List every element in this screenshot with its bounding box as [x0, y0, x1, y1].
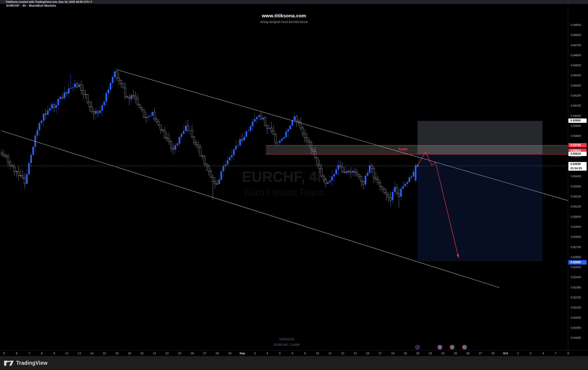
candle-body	[411, 176, 412, 177]
price-tick: 0.92700	[571, 246, 581, 249]
time-tick: 28	[216, 351, 219, 355]
candle-body	[361, 176, 362, 181]
candle-body	[333, 174, 335, 176]
time-tick: Sep	[240, 351, 245, 355]
candle-body	[74, 84, 76, 87]
candle-body	[125, 88, 126, 97]
candle-body	[331, 176, 333, 180]
candle-body	[76, 84, 78, 87]
candle-body	[45, 114, 46, 115]
time-tick: 7	[28, 351, 30, 355]
candle-body	[18, 172, 19, 175]
candle-body	[400, 189, 402, 197]
candle-body	[47, 111, 49, 115]
candle-body	[289, 125, 291, 129]
time-tick: 12	[341, 351, 344, 355]
chart-pane[interactable]: www.titiksona.com setiap langkah kecil b…	[0, 4, 568, 350]
candle-body	[390, 197, 391, 200]
candle-body	[32, 147, 34, 155]
candle-body	[358, 175, 360, 176]
time-axis[interactable]: 567891213141516192021222326272829Sep3456…	[0, 350, 588, 356]
candle-body	[243, 137, 245, 140]
candle-body	[91, 107, 93, 112]
time-tick: 12	[65, 351, 68, 355]
candle-body	[256, 117, 258, 119]
candle-body	[133, 95, 134, 96]
candle-body	[348, 171, 350, 172]
candle-body	[248, 131, 249, 131]
candle-body	[195, 143, 197, 145]
candle-body	[193, 137, 195, 142]
candle-body	[89, 103, 91, 107]
time-tick: 22	[166, 351, 169, 355]
price-tick: 0.94800	[571, 33, 581, 37]
candle-body	[41, 121, 42, 123]
candle-body	[99, 111, 101, 113]
candle-body	[271, 128, 272, 131]
candle-body	[97, 111, 99, 113]
candle-body	[175, 145, 176, 149]
candle-body	[68, 89, 70, 94]
candle-body	[118, 78, 120, 81]
price-tick: 0.94500	[571, 64, 581, 67]
time-tick: 3	[254, 351, 255, 355]
time-tick: 6	[16, 351, 17, 355]
candle-body	[229, 157, 231, 160]
time-tick: 5	[279, 351, 281, 355]
candle-body	[110, 83, 111, 90]
time-tick: 14	[90, 351, 94, 355]
price-tick: 0.93300	[571, 185, 581, 188]
candle-body	[51, 104, 53, 108]
symbol-header[interactable]: EURCHF · 4h · BlackBull Markets	[6, 4, 56, 7]
time-tick: 24	[441, 351, 444, 355]
candle-body	[114, 72, 116, 77]
candle-body	[145, 117, 147, 118]
candle-body	[308, 141, 310, 143]
price-tick: 0.93200	[571, 195, 581, 198]
candle-body	[57, 99, 59, 105]
price-tick: 0.94600	[571, 54, 581, 57]
candle-body	[135, 96, 136, 99]
candle-body	[108, 90, 109, 93]
candle-body	[225, 164, 226, 166]
candle-body	[116, 72, 118, 78]
candle-body	[252, 122, 253, 126]
time-tick: 23	[429, 351, 432, 355]
candle-body	[218, 180, 220, 184]
time-tick: 16	[115, 351, 118, 355]
supply-bottom-label: 0.93619	[568, 152, 587, 156]
time-tick: 27	[479, 351, 482, 355]
candle-body	[162, 130, 164, 131]
candle-body	[20, 175, 21, 176]
time-tick: 6	[292, 351, 293, 355]
candle-body	[250, 126, 251, 131]
price-tick: 0.94100	[571, 104, 581, 107]
candle-body	[413, 172, 414, 176]
candle-body	[164, 131, 166, 137]
candle-body	[273, 131, 274, 134]
candle-body	[191, 130, 193, 137]
time-tick: 25	[454, 351, 457, 355]
candle-body	[39, 123, 40, 130]
chart-canvas[interactable]	[0, 4, 568, 350]
price-axis[interactable]: 0.949000.948000.947000.946000.945000.944…	[568, 4, 588, 350]
candle-body	[409, 177, 410, 182]
tradingview-link[interactable]: TradingView	[4, 359, 47, 367]
candle-body	[396, 187, 398, 193]
candle-body	[101, 105, 103, 111]
candle-body	[292, 120, 293, 125]
candle-body	[233, 149, 234, 155]
candle-body	[28, 163, 30, 174]
candle-body	[62, 97, 63, 98]
time-tick: 11	[328, 351, 332, 355]
candle-body	[340, 165, 341, 167]
candle-body	[254, 119, 255, 122]
candle-body	[70, 88, 72, 89]
target-zone-box	[418, 154, 542, 261]
candle-body	[112, 77, 114, 83]
candle-body	[336, 169, 337, 174]
candle-body	[369, 165, 370, 173]
time-tick: 2	[517, 351, 519, 355]
candle-body	[95, 111, 97, 113]
price-tick: 0.92900	[571, 225, 581, 228]
